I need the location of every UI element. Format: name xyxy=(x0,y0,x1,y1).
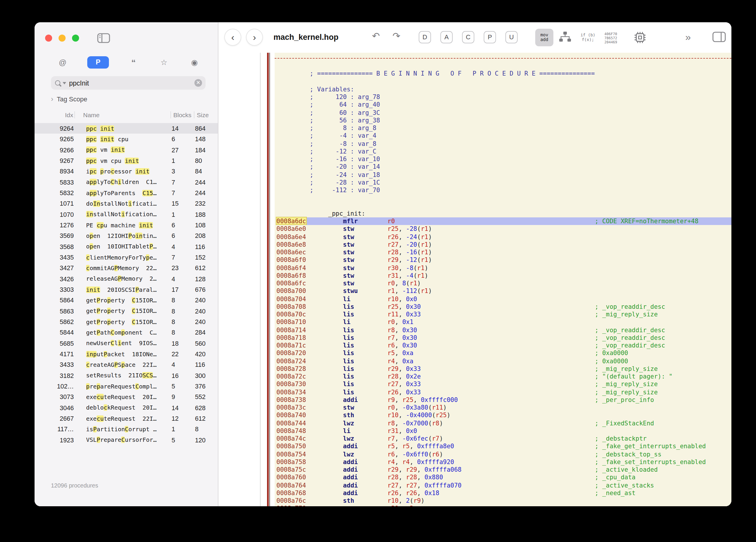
procedure-row[interactable]: 3046_deblockRequest__20I…14628 xyxy=(35,402,218,413)
type-ascii-button[interactable]: A xyxy=(440,31,453,43)
asm-comment-line[interactable]: ; -112 : var_70 xyxy=(276,186,731,194)
sidebar-toggle-button[interactable] xyxy=(97,33,110,43)
back-button[interactable]: ‹ xyxy=(225,29,241,45)
filter-tab-tracked[interactable]: ◉ xyxy=(189,56,200,69)
search-scope-chevron-icon[interactable] xyxy=(63,82,66,84)
asm-comment-line[interactable]: ; 60 : arg_3C xyxy=(276,109,731,117)
asm-comment-line[interactable]: ; 56 : arg_38 xyxy=(276,117,731,124)
asm-instruction-line[interactable]: 0008a6fc stw r0, 8(r1) xyxy=(276,280,731,288)
search-field[interactable]: ✕ xyxy=(51,76,206,90)
asm-instruction-line[interactable]: 0008a768 addi r26, r26, 0x18 ; _need_ast xyxy=(276,489,731,497)
type-undefined-button[interactable]: U xyxy=(505,31,518,43)
procedure-row[interactable]: 3569_open__12IOHIPointin…6208 xyxy=(35,230,218,241)
asm-instruction-line[interactable]: 0008a760 addi r28, r28, 0x880 ; _cpu_dat… xyxy=(276,474,731,482)
procedure-row[interactable]: 3435_clientMemoryForType…7152 xyxy=(35,252,218,263)
asm-instruction-line[interactable]: 0008a744 lwz r8, -0x7000(r8) ; _FixedSta… xyxy=(276,419,731,427)
asm-instruction-line[interactable]: 0008a72c lis r28, 0x2e ; "(default pager… xyxy=(276,373,731,381)
minimize-button[interactable] xyxy=(59,35,66,42)
asm-instruction-line[interactable]: 0008a728 lis r29, 0x33 ; _mig_reply_size xyxy=(276,365,731,373)
asm-instruction-line[interactable]: 0008a74c lwz r7, -0x6fec(r7) ; _debstack… xyxy=(276,435,731,443)
asm-instruction-line[interactable]: 0008a6f8 stw r31, -4(r1) xyxy=(276,272,731,280)
procedure-row[interactable]: 9267_ppc_vm_cpu_init180 xyxy=(35,155,218,166)
column-header-blocks[interactable]: Blocks xyxy=(170,111,194,118)
asm-instruction-line[interactable]: 0008a6dc mflr r0 ; CODE XREF=noThermomet… xyxy=(276,217,731,225)
asm-instruction-line[interactable]: 0008a6f4 stw r30, -8(r1) xyxy=(276,264,731,272)
column-header-idx[interactable]: Idx xyxy=(35,111,74,118)
asm-instruction-line[interactable]: 0008a734 lis r26, 0x33 ; _mig_reply_size xyxy=(276,388,731,396)
procedure-row[interactable]: 5685_newUserClient__9IOS…18560 xyxy=(35,338,218,349)
asm-instruction-line[interactable]: 0008a750 addi r5, r5, 0xffffa8e0 ; _fake… xyxy=(276,443,731,451)
procedure-row[interactable]: 3303_init__20IOSCSIParal…17676 xyxy=(35,284,218,295)
procedure-row[interactable]: 5864_getProperty__C15IOR…8240 xyxy=(35,295,218,306)
procedure-row[interactable]: 4171_inputPacket__18IONe…22420 xyxy=(35,349,218,360)
procedure-row[interactable]: 117…_isPartitionCorrupt_…18 xyxy=(35,424,218,435)
procedure-row[interactable]: 3073_executeRequest__20I…9552 xyxy=(35,392,218,402)
asm-instruction-line[interactable]: 0008a6f0 stw r29, -12(r1) xyxy=(276,256,731,264)
filter-tab-procedures[interactable]: P xyxy=(87,56,109,69)
procedure-row[interactable]: 3433_createAGPSpace__22I…4116 xyxy=(35,359,218,370)
asm-comment-line[interactable]: ; -20 : var_14 xyxy=(276,163,731,171)
close-button[interactable] xyxy=(45,35,52,42)
asm-comment-line[interactable]: ; 120 : arg_78 xyxy=(276,93,731,101)
asm-comment-line[interactable]: ; =============== B E G I N N I N G O F … xyxy=(276,70,731,78)
asm-instruction-line[interactable]: 0008a70c lis r11, 0x33 ; _mig_reply_size xyxy=(276,311,731,319)
asm-instruction-line[interactable]: 0008a71c lis r6, 0x30 ; _vop_readdir_des… xyxy=(276,342,731,350)
procedure-row[interactable]: 5833_applyToChildren__C1…7244 xyxy=(35,177,218,187)
asm-instruction-line[interactable]: 0008a6e4 stw r26, -24(r1) xyxy=(276,233,731,241)
type-code-button[interactable]: C xyxy=(462,31,474,43)
asm-comment-line[interactable]: ; -24 : var_18 xyxy=(276,171,731,179)
asm-instruction-line[interactable]: 0008a6e8 stw r27, -20(r1) xyxy=(276,241,731,249)
cfg-mode-button[interactable] xyxy=(557,30,573,45)
procedure-row[interactable]: 9265_ppc_init_cpu6148 xyxy=(35,134,218,145)
procedure-row[interactable]: 5862_getProperty__C15IOR…8240 xyxy=(35,317,218,327)
asm-instruction-line[interactable]: 0008a740 sth r10, -0x4000(r25) xyxy=(276,412,731,420)
asm-comment-line[interactable]: ; -12 : var_C xyxy=(276,148,731,155)
tag-scope-disclosure[interactable]: › Tag Scope xyxy=(51,94,87,104)
asm-instruction-line[interactable]: 0008a748 li r31, 0x0 xyxy=(276,427,731,435)
asm-instruction-line[interactable]: 0008a700 stwu r1, -112(r1) xyxy=(276,288,731,295)
pseudocode-mode-button[interactable]: if (b) f(x); xyxy=(577,29,598,46)
filter-tab-starred[interactable]: ☆ xyxy=(158,56,170,69)
undo-button[interactable]: ↶ xyxy=(370,30,382,42)
zoom-button[interactable] xyxy=(72,35,79,42)
procedure-row[interactable]: 1276_PE_cpu_machine_init6108 xyxy=(35,220,218,230)
disassembly-view[interactable]: ; =============== B E G I N N I N G O F … xyxy=(275,53,731,506)
asm-instruction-line[interactable]: 0008a714 lis r8, 0x30 ; _vop_readdir_des… xyxy=(276,326,731,334)
asm-instruction-line[interactable]: 0008a730 lis r27, 0x33 ; _mig_reply_size xyxy=(276,381,731,389)
asm-instruction-line[interactable]: 0008a704 li r10, 0x0 xyxy=(276,295,731,303)
column-header-name[interactable]: Name xyxy=(74,111,170,118)
procedure-row[interactable]: 1070_installNotification…1188 xyxy=(35,209,218,220)
asm-instruction-line[interactable]: 0008a764 addi r27, r27, 0xffffa070 ; _ac… xyxy=(276,481,731,489)
procedure-row[interactable]: 9264_ppc_init14864 xyxy=(35,123,218,134)
asm-label-line[interactable]: _ppc_init: xyxy=(276,210,731,218)
asm-comment-line[interactable]: ; -16 : var_10 xyxy=(276,155,731,163)
asm-instruction-line[interactable]: 0008a758 addi r4, r4, 0xffffa920 ; _fake… xyxy=(276,458,731,466)
procedure-row[interactable]: 1923_VSLPrepareCursorFor…5120 xyxy=(35,435,218,445)
asm-comment-line[interactable]: ; -4 : var_4 xyxy=(276,132,731,140)
procedure-row[interactable]: 5863_getProperty__C15IOR…8240 xyxy=(35,306,218,317)
asm-comment-line[interactable]: ; -8 : var_8 xyxy=(276,140,731,148)
procedure-row[interactable]: 3427_commitAGPMemory__22…23612 xyxy=(35,263,218,274)
forward-button[interactable]: › xyxy=(247,29,262,45)
procedure-row[interactable]: 5832_applyToParents__C15…7244 xyxy=(35,187,218,198)
asm-instruction-line[interactable]: 0008a720 lis r5, 0xa ; 0xa0000 xyxy=(276,350,731,358)
asm-instruction-line[interactable]: 0008a6e0 stw r25, -28(r1) xyxy=(276,225,731,233)
right-panel-toggle-button[interactable] xyxy=(711,30,727,45)
asm-comment-line[interactable]: ; Variables: xyxy=(276,85,731,93)
asm-instruction-line[interactable]: 0008a710 li r0, 0x1 xyxy=(276,319,731,327)
asm-instruction-line[interactable]: 0008a738 addi r9, r25, 0xffffc000 ; _per… xyxy=(276,396,731,404)
asm-comment-line[interactable]: ; 8 : arg_8 xyxy=(276,124,731,132)
procedure-row[interactable]: 1071_doInstallNotificati…15232 xyxy=(35,198,218,209)
procedure-row[interactable]: 8934_ipc_processor_init384 xyxy=(35,166,218,177)
procedure-row[interactable]: 5844_getPathComponent__C…8284 xyxy=(35,327,218,338)
asm-comment-line[interactable]: ; -28 : var_1C xyxy=(276,179,731,187)
asm-instruction-line[interactable]: 0008a708 lis r25, 0x30 ; _vop_readdir_de… xyxy=(276,303,731,311)
procedure-row[interactable]: 3568_open__10IOHITabletP…4116 xyxy=(35,241,218,252)
asm-comment-line[interactable]: ; 64 : arg_40 xyxy=(276,101,731,109)
assembly-mode-button[interactable]: mov add xyxy=(535,29,553,46)
procedure-row[interactable]: 2667_executeRequest__22I…12612 xyxy=(35,413,218,424)
asm-instruction-line[interactable]: 0008a75c addi r29, r29, 0xffffa068 ; _ac… xyxy=(276,466,731,474)
cpu-button[interactable] xyxy=(632,30,648,45)
asm-instruction-line[interactable]: 0008a754 lwz r6, -0x6ff0(r6) ; _debstack… xyxy=(276,450,731,458)
asm-instruction-line[interactable]: 0008a73c stw r0, -0x3a80(r11) xyxy=(276,404,731,412)
